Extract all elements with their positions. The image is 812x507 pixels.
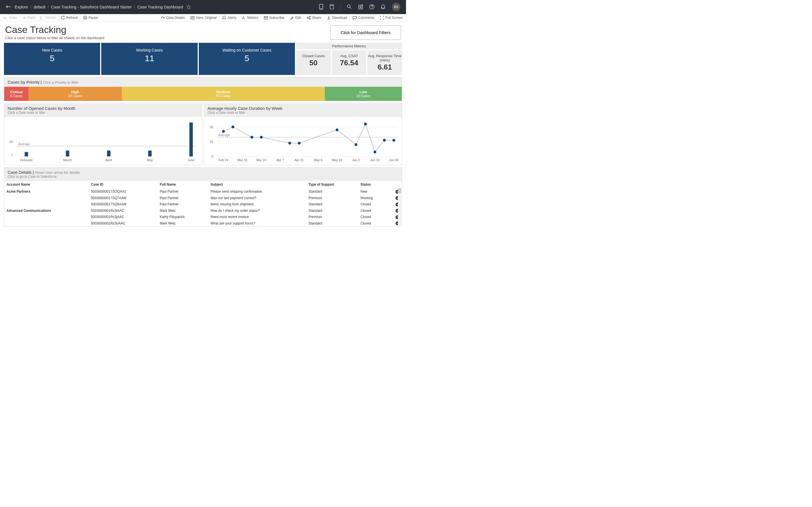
sep: |	[33, 170, 35, 175]
device-icon[interactable]	[319, 4, 323, 10]
column-header: Account Name	[4, 181, 89, 188]
bar-mark[interactable]	[66, 151, 69, 156]
svg-text:Jun 16: Jun 16	[370, 158, 379, 162]
line-mark[interactable]	[288, 142, 291, 145]
list-icon[interactable]	[358, 4, 363, 10]
card-label: New Cases	[4, 48, 100, 52]
svg-text:Apr 21: Apr 21	[295, 158, 304, 162]
svg-text:Apr 7: Apr 7	[276, 158, 284, 162]
priority-segment-critical[interactable]: Critical6 Cases	[4, 87, 29, 101]
status-card-working[interactable]: Working Cases 11	[101, 43, 197, 75]
scrollbar[interactable]	[398, 188, 401, 226]
breadcrumb-current: Case Tracking Dashboard	[138, 5, 183, 9]
line-mark[interactable]	[393, 139, 395, 142]
line-mark[interactable]	[222, 130, 225, 133]
line-mark[interactable]	[336, 128, 338, 131]
table-row[interactable]: Advanced Communications 5003i000001Rs3iA…	[4, 208, 402, 214]
database-icon[interactable]	[329, 4, 334, 10]
breadcrumb-item[interactable]: default	[34, 5, 45, 9]
download-button[interactable]: Download	[327, 16, 347, 20]
revert-button[interactable]: Revert	[40, 16, 56, 20]
svg-text:0: 0	[211, 155, 213, 158]
perf-label: Avg. Response Time (mins)	[367, 54, 402, 62]
back-icon[interactable]	[6, 5, 11, 10]
bar-mark[interactable]	[190, 122, 193, 156]
chart-title: Number of Opened Cases by Month	[8, 106, 199, 111]
breadcrumb-sep: /	[134, 5, 135, 9]
redo-button[interactable]: Redo	[22, 16, 36, 20]
comments-button[interactable]: Comments	[353, 16, 374, 20]
table-row[interactable]: 5003i000001Rs3jAAC Kathy Fitzpatrick Nee…	[4, 214, 402, 220]
priority-segment-high[interactable]: High23 Cases	[29, 87, 122, 101]
status-card-new[interactable]: New Cases 5	[4, 43, 100, 75]
svg-text:10: 10	[210, 140, 213, 144]
chart-case-duration: Average Hourly Case Duration by Week Cli…	[204, 103, 402, 165]
alerts-button[interactable]: Alerts	[222, 16, 236, 20]
details-title: Case Details	[8, 170, 32, 175]
breadcrumb-item[interactable]: Explore	[15, 5, 28, 9]
edit-button[interactable]: Edit	[290, 16, 301, 20]
avatar[interactable]: BS	[392, 3, 400, 11]
pause-button[interactable]: Pause	[83, 16, 98, 20]
scrollbar-thumb[interactable]	[398, 188, 401, 193]
favorite-icon[interactable]	[186, 4, 191, 10]
svg-text:March: March	[63, 158, 72, 162]
line-mark[interactable]	[260, 136, 263, 138]
line-mark[interactable]	[383, 139, 386, 142]
table-row[interactable]: 5003i000001Rs3uAAC Mark Metz What are yo…	[4, 220, 402, 227]
svg-point-3	[347, 5, 350, 8]
card-label: Working Cases	[101, 48, 197, 52]
fullscreen-button[interactable]: Full Screen	[380, 16, 403, 20]
case-details-table: Account NameCase IDFull NameSubjectType …	[4, 181, 402, 226]
svg-point-12	[309, 16, 310, 17]
priority-segment-low[interactable]: Low19 Cases	[325, 87, 402, 101]
card-value: 5	[199, 54, 295, 63]
table-row[interactable]: 5003i0000017SQ8AAM Paul Partner Items mi…	[4, 201, 402, 208]
refresh-button[interactable]: Refresh	[61, 16, 78, 20]
line-mark[interactable]	[373, 151, 376, 154]
undo-button[interactable]: Undo	[3, 16, 17, 20]
chart-hint: Click a Date mark to filter	[207, 111, 398, 115]
breadcrumb-item[interactable]: Case Tracking - Salesforce Dashboard Sta…	[51, 5, 132, 9]
table-row[interactable]: 5003i0000017SQ7AAM Paul Partner Was our …	[4, 195, 402, 202]
column-header: Status	[358, 181, 388, 188]
breadcrumb-sep: /	[30, 5, 31, 9]
line-mark[interactable]	[364, 122, 367, 125]
table-row[interactable]: Acme Partners 5003i0000017SOQAA2 Paul Pa…	[4, 188, 402, 195]
details-sub: Click to go to Case in Salesforce	[8, 175, 398, 179]
chart-title: Average Hourly Case Duration by Week	[207, 106, 398, 111]
svg-text:20: 20	[210, 125, 213, 129]
dashboard-filters-button[interactable]: Click for Dashboard Filters	[330, 25, 401, 40]
line-mark[interactable]	[298, 142, 301, 145]
priority-title: Cases by Priority	[8, 80, 40, 84]
svg-text:Feb 24: Feb 24	[218, 158, 229, 162]
page-title: Case Tracking	[5, 24, 104, 35]
line-mark[interactable]	[232, 126, 234, 128]
svg-point-13	[309, 18, 310, 19]
svg-text:May 5: May 5	[314, 158, 322, 162]
bar-mark[interactable]	[24, 152, 28, 157]
help-icon[interactable]	[369, 4, 374, 10]
view-button[interactable]: View: Original	[191, 16, 217, 20]
divider	[340, 4, 341, 10]
line-mark[interactable]	[250, 136, 253, 138]
bell-icon[interactable]	[380, 4, 386, 10]
svg-text:Mar 24: Mar 24	[257, 158, 266, 162]
perf-value: 50	[296, 59, 331, 67]
card-value: 5	[4, 54, 100, 63]
subscribe-button[interactable]: Subscribe	[264, 16, 284, 20]
priority-segment-medium[interactable]: Medium50 Cases	[122, 87, 324, 101]
bar-mark[interactable]	[107, 151, 110, 156]
line-mark[interactable]	[355, 143, 357, 146]
priority-hint: Click a Priority to filter	[43, 80, 79, 84]
svg-text:Average: Average	[218, 133, 230, 136]
perf-card-response: Avg. Response Time (mins) 6.61	[367, 50, 402, 75]
search-icon[interactable]	[347, 4, 352, 10]
metrics-button[interactable]: Metrics	[242, 16, 258, 20]
column-header: Full Name	[158, 181, 208, 188]
status-card-waiting[interactable]: Waiting on Customer Cases 5	[199, 43, 295, 75]
data-details-button[interactable]: Data Details	[161, 16, 185, 20]
share-button[interactable]: Share	[307, 16, 321, 20]
action-toolbar: Undo Redo Revert Refresh Pause Data Deta…	[0, 14, 406, 21]
bar-mark[interactable]	[148, 151, 152, 156]
